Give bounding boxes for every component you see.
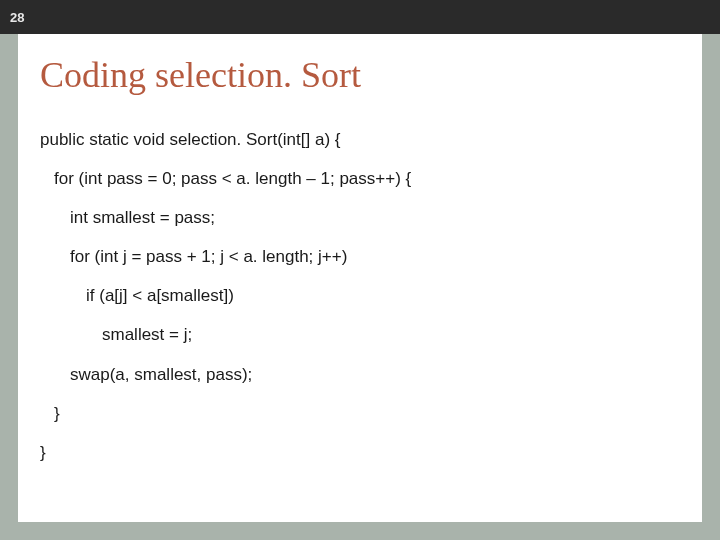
slide-title: Coding selection. Sort [40, 54, 680, 96]
slide-number: 28 [10, 10, 24, 25]
code-line-8: } [40, 394, 680, 433]
code-line-3: int smallest = pass; [40, 198, 680, 237]
code-line-1: public static void selection. Sort(int[]… [40, 120, 680, 159]
content-area: Coding selection. Sort public static voi… [18, 34, 702, 522]
code-block: public static void selection. Sort(int[]… [40, 120, 680, 472]
code-line-9: } [40, 433, 680, 472]
code-line-2: for (int pass = 0; pass < a. length – 1;… [40, 159, 680, 198]
code-line-6: smallest = j; [40, 315, 680, 354]
slide-number-bar: 28 [0, 0, 720, 34]
code-line-7: swap(a, smallest, pass); [40, 355, 680, 394]
code-line-5: if (a[j] < a[smallest]) [40, 276, 680, 315]
code-line-4: for (int j = pass + 1; j < a. length; j+… [40, 237, 680, 276]
